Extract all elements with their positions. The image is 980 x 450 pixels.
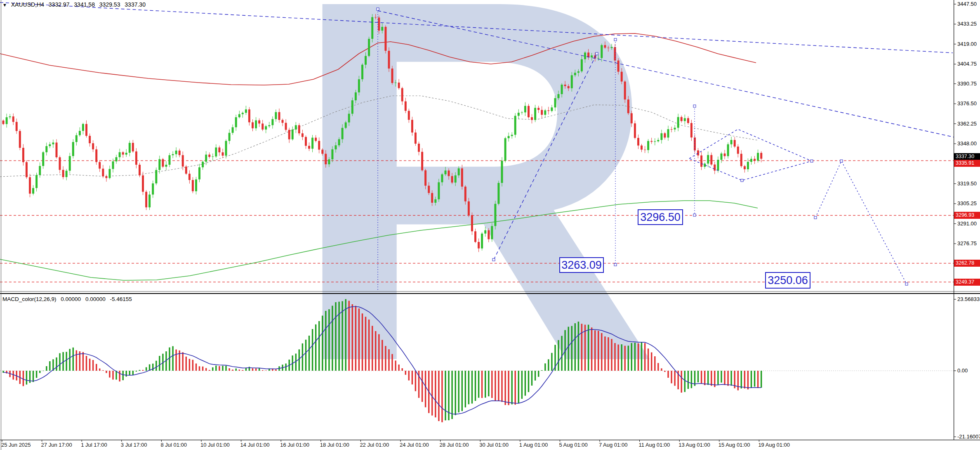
macd-tick-label: 23.56833 xyxy=(957,296,980,302)
price-tick-label: 3319.50 xyxy=(957,180,977,187)
moving-averages xyxy=(0,33,759,280)
date-tick-label: 10 Jul 01:00 xyxy=(200,442,230,448)
diamond-pattern xyxy=(689,129,812,180)
date-tick-label: 3 Jul 17:00 xyxy=(121,442,147,448)
chart-title: ▼ XAUUSD,H4 3332.97 3341.58 3329.53 3337… xyxy=(2,1,148,8)
date-tick-label: 16 Jul 01:00 xyxy=(280,442,309,448)
level-price-badge: 3249.37 xyxy=(954,279,980,286)
ascending-trendline xyxy=(494,54,597,260)
symbol-dropdown-icon[interactable]: ▼ xyxy=(2,2,7,7)
price-tick-label: 3404.75 xyxy=(957,61,977,67)
descending-trendline-1 xyxy=(0,2,953,53)
price-tick-label: 3348.00 xyxy=(957,140,977,147)
macd-tick-label: -21.16007 xyxy=(957,433,980,440)
descending-trendline-2 xyxy=(378,11,954,137)
date-tick-label: 15 Aug 01:00 xyxy=(719,442,750,448)
drawing-handle xyxy=(741,179,743,182)
date-tick-label: 28 Jul 01:00 xyxy=(440,442,469,448)
date-tick-label: 8 Jul 01:00 xyxy=(160,442,187,448)
date-tick-label: 1 Aug 01:00 xyxy=(519,442,548,448)
price-tick-label: 3291.00 xyxy=(957,220,977,227)
macd-indicator-title: MACD_color(12,26,9) 0.00000 0.00000 -5.4… xyxy=(2,296,135,302)
date-tick-label: 19 Aug 01:00 xyxy=(758,442,790,448)
price-tick-label: 3447.50 xyxy=(957,1,977,7)
drawing-handle xyxy=(377,8,379,10)
price-label-box[interactable]: 3263.09 xyxy=(559,257,604,273)
drawing-handle xyxy=(693,214,696,216)
date-tick-label: 18 Jul 01:00 xyxy=(320,442,349,448)
macd-layer xyxy=(0,299,954,422)
projection-path xyxy=(815,161,907,284)
symbol-label: XAUUSD,H4 xyxy=(11,1,44,8)
date-tick-label: 14 Jul 01:00 xyxy=(240,442,270,448)
drawing-handle xyxy=(596,52,598,55)
price-tick-label: 3419.00 xyxy=(957,41,977,47)
price-label-box[interactable]: 3296.50 xyxy=(638,209,683,225)
quote-close: 3337.30 xyxy=(125,1,146,8)
drawing-handle xyxy=(614,263,617,266)
macd-indicator-name: MACD_color(12,26,9) xyxy=(2,296,57,302)
quote-open: 3332.97 xyxy=(49,1,70,8)
price-tick-label: 3433.25 xyxy=(957,21,977,27)
drawing-handle xyxy=(840,160,843,162)
level-price-badge: 3262.78 xyxy=(954,260,980,267)
current-price-badge: 3337.30 xyxy=(954,153,980,160)
chart-frame xyxy=(0,0,980,442)
macd-tick-label: 0.00 xyxy=(957,367,968,374)
macd-value-2: 0.00000 xyxy=(85,296,106,302)
price-tick-label: 3390.75 xyxy=(957,81,977,87)
price-tick-label: 3362.25 xyxy=(957,121,977,127)
date-tick-label: 7 Aug 01:00 xyxy=(599,442,627,448)
date-tick-label: 25 Jun 2025 xyxy=(1,442,31,448)
trading-chart-window: R ▼ XAUUSD,H4 3332.97 3341.58 3329.53 33… xyxy=(0,0,980,450)
quote-low: 3329.53 xyxy=(99,1,120,8)
date-tick-label: 11 Aug 01:00 xyxy=(639,442,670,448)
chart-canvas[interactable] xyxy=(0,0,980,450)
macd-value-3: -5.46155 xyxy=(110,296,132,302)
price-tick-label: 3276.75 xyxy=(957,240,977,246)
drawing-handle xyxy=(814,216,817,219)
quote-high: 3341.58 xyxy=(74,1,95,8)
date-tick-label: 30 Jul 01:00 xyxy=(479,442,509,448)
level-price-badge: 3296.93 xyxy=(954,212,980,219)
drawing-handle xyxy=(693,105,696,107)
date-tick-label: 5 Aug 01:00 xyxy=(559,442,587,448)
date-tick-label: 22 Jul 01:00 xyxy=(360,442,389,448)
price-tick-label: 3305.25 xyxy=(957,200,977,206)
drawing-handle xyxy=(905,283,908,285)
drawing-handle xyxy=(492,258,495,261)
date-tick-label: 13 Aug 01:00 xyxy=(678,442,710,448)
price-label-box[interactable]: 3250.06 xyxy=(765,272,810,289)
date-tick-label: 1 Jul 17:00 xyxy=(81,442,107,448)
trend-drawings[interactable] xyxy=(0,2,954,291)
drawing-handle xyxy=(614,38,617,41)
chart-left-border xyxy=(1,0,1,450)
drawing-handle xyxy=(810,160,813,162)
date-tick-label: 27 Jun 17:00 xyxy=(41,442,72,448)
level-price-badge: 3335.91 xyxy=(954,160,980,167)
date-tick-label: 24 Jul 01:00 xyxy=(400,442,429,448)
macd-value-1: 0.00000 xyxy=(61,296,81,302)
price-tick-label: 3376.50 xyxy=(957,100,977,107)
